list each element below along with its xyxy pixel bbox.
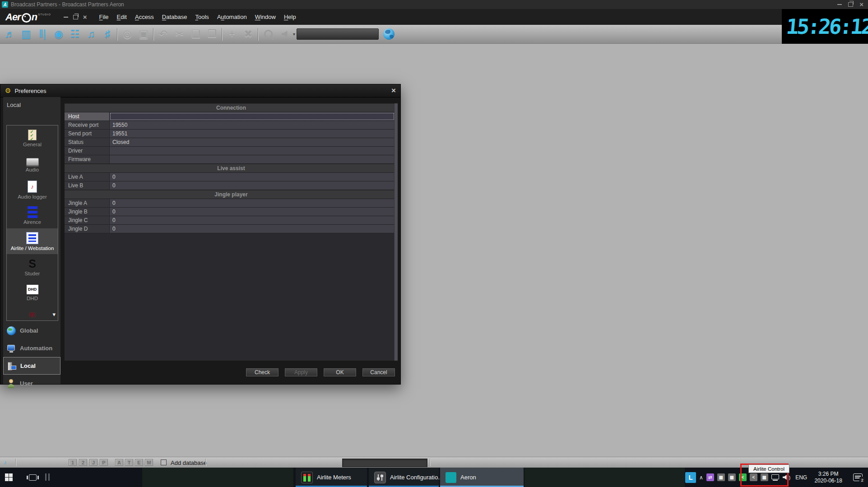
cut-icon[interactable]: ✂ — [172, 27, 188, 42]
apply-button[interactable]: Apply — [284, 368, 318, 377]
mdi-close-icon[interactable]: × — [83, 14, 87, 20]
minimize-icon[interactable] — [837, 4, 842, 5]
page-button-j[interactable]: J — [89, 459, 97, 466]
combo-caret-icon[interactable]: ▾ — [293, 32, 295, 37]
taskbar-app-config[interactable]: Airlite Configuratio... — [369, 468, 439, 487]
speaker-icon-glyph — [282, 31, 288, 37]
globe-icon[interactable] — [383, 28, 395, 40]
sidebar-scope-list: GlobalAutomationLocalUser — [3, 322, 60, 392]
setting-value-field[interactable] — [110, 112, 395, 121]
taskbar-app-meters[interactable]: Airlite Meters — [296, 468, 367, 487]
hidden-icons-chevron[interactable]: ∧ — [699, 474, 703, 481]
setting-value-field[interactable]: 0 — [110, 199, 395, 207]
dialog-titlebar[interactable]: ⚙ Preferences × — [0, 84, 400, 97]
task-view-button[interactable] — [23, 468, 42, 487]
menu-access[interactable]: Access — [131, 11, 158, 23]
setting-value-field[interactable]: 19551 — [110, 130, 395, 138]
setting-value-field[interactable]: 0 — [110, 208, 395, 216]
scroll-down-icon[interactable]: ▾ — [52, 312, 56, 317]
menu-file[interactable]: File — [95, 11, 113, 23]
mdi-minimize-icon[interactable] — [64, 17, 68, 18]
taskbar-app-aeron[interactable]: Aeron — [440, 468, 524, 487]
database-search-icon[interactable]: ◉ — [51, 27, 67, 42]
setting-value-field[interactable]: 19550 — [110, 121, 395, 129]
page-button-2[interactable]: 2 — [79, 459, 87, 466]
sidebar-item-ir[interactable]: IRIR — [7, 306, 58, 321]
workspace-background: ⚙ Preferences × Local ✓ ✓ ✓GeneralAudio♪… — [0, 44, 868, 457]
add-database-checkbox[interactable] — [161, 459, 167, 465]
sidebar-item-general[interactable]: ✓ ✓ ✓General — [7, 125, 58, 151]
menu-edit[interactable]: Edit — [113, 11, 131, 23]
restore-icon[interactable] — [848, 2, 853, 7]
scope-automation[interactable]: Automation — [3, 339, 60, 357]
menu-help[interactable]: Help — [280, 11, 300, 23]
tree-list-icon[interactable]: ☷ — [67, 27, 83, 42]
sidebar-item-dhd[interactable]: DHDDHD — [7, 280, 58, 306]
menu-window[interactable]: Window — [251, 11, 280, 23]
sidebar-item-airlite[interactable]: Airlite / Webstation — [7, 228, 58, 254]
scope-user[interactable]: User — [3, 375, 60, 392]
speaker-icon[interactable] — [276, 27, 292, 42]
pinned-l-icon[interactable]: L — [685, 472, 696, 483]
sidebar-item-studer[interactable]: SStuder — [7, 254, 58, 280]
group-button-e[interactable]: E — [135, 459, 143, 466]
music-note-icon[interactable]: ♫ — [83, 27, 99, 42]
add-icon[interactable]: + — [224, 27, 240, 42]
setting-value-field[interactable] — [110, 147, 395, 155]
setting-row: Jingle C0 — [65, 216, 395, 225]
usb-audio-icon[interactable]: ⇄ — [706, 473, 714, 481]
sidebar-item-audio[interactable]: Audio — [7, 151, 58, 177]
page-button-1[interactable]: 1 — [69, 459, 77, 466]
audio-database-icon[interactable]: ▥ — [18, 27, 34, 42]
playlist-icon[interactable]: ♬ — [2, 27, 18, 42]
setting-value-field[interactable]: 0 — [110, 216, 395, 224]
page-button-p[interactable]: P — [100, 459, 108, 466]
group-button-m[interactable]: M — [145, 459, 153, 466]
mixer-icon[interactable]: ♯ — [99, 27, 116, 42]
app-grid-icon-2[interactable]: ▦ — [728, 473, 736, 481]
cancel-button[interactable]: Cancel — [362, 368, 395, 377]
pause-bars-icon[interactable] — [45, 473, 51, 481]
save-icon[interactable]: ▣ — [135, 27, 152, 42]
start-button[interactable] — [0, 468, 22, 487]
notification-center-icon[interactable]: 2 — [853, 473, 863, 481]
group-button-t[interactable]: T — [125, 459, 133, 466]
copy-icon[interactable]: ❏ — [188, 27, 204, 42]
paste-icon[interactable]: ❐ — [204, 27, 220, 42]
language-indicator[interactable]: ENG — [795, 474, 807, 481]
sidebar-item-airence[interactable]: Airence — [7, 203, 58, 228]
clock-date-button[interactable]: 3:26 PM2020-06-18 — [812, 471, 845, 484]
menu-tools[interactable]: Tools — [191, 11, 213, 23]
record-icon[interactable]: ◎ — [119, 27, 135, 42]
mdi-restore-icon[interactable] — [73, 15, 78, 19]
meters-icon — [301, 472, 313, 483]
delete-icon[interactable]: ✖ — [240, 27, 256, 42]
scope-global[interactable]: Global — [3, 322, 60, 339]
table-scrollbar[interactable] — [394, 103, 398, 361]
sidebar-item-audiologger[interactable]: ♪Audio logger — [7, 177, 58, 203]
position-indicator[interactable] — [342, 459, 427, 467]
menu-database[interactable]: Database — [158, 11, 191, 23]
setting-row: StatusClosed — [65, 138, 395, 147]
undo-icon[interactable]: ↶ — [155, 27, 172, 42]
dialog-close-icon[interactable]: × — [391, 87, 396, 94]
setting-label: Firmware — [65, 155, 110, 163]
setting-label: Jingle B — [65, 208, 110, 216]
setting-value-field[interactable]: 0 — [110, 173, 395, 181]
ok-button[interactable]: OK — [323, 368, 357, 377]
level-meters-icon[interactable]: ‖| — [34, 27, 51, 42]
search-icon[interactable] — [260, 27, 276, 42]
menu-automation[interactable]: Automation — [213, 11, 251, 23]
tray-time-text: 3:26 PM — [812, 471, 845, 478]
app-grid-icon-1[interactable]: ▦ — [717, 473, 725, 481]
check-button[interactable]: Check — [246, 368, 279, 377]
setting-value-field[interactable]: 0 — [110, 181, 395, 190]
group-button-a[interactable]: A — [115, 459, 123, 466]
setting-label: Jingle A — [65, 199, 110, 207]
toolbar-search-input[interactable] — [297, 28, 379, 40]
close-icon[interactable]: × — [859, 2, 863, 7]
scope-local[interactable]: Local — [3, 357, 60, 375]
setting-value-field[interactable]: 0 — [110, 225, 395, 233]
setting-value-field[interactable]: Closed — [110, 138, 395, 146]
setting-value-field[interactable] — [110, 155, 395, 163]
